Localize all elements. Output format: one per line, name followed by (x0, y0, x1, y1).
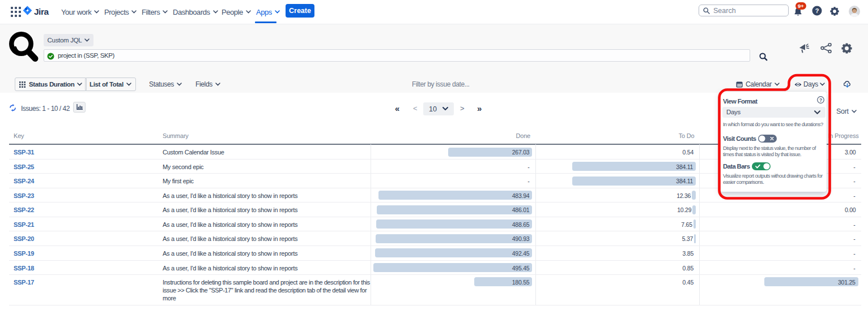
svg-text:?: ? (815, 7, 819, 14)
